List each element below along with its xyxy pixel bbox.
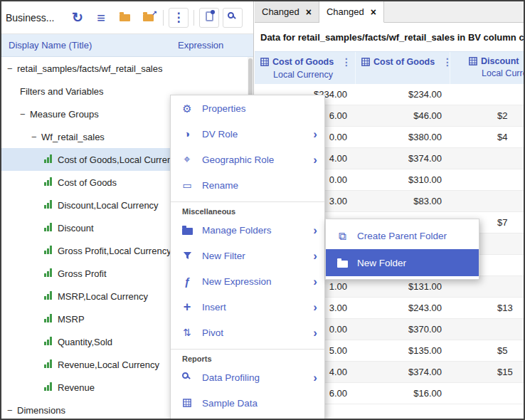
tree-item-label: Cost of Goods [58, 177, 117, 188]
submenu-item-create-parent-folder[interactable]: ⧉Create Parent Folder [326, 222, 479, 249]
menu-item-label: Rename [202, 180, 317, 191]
table-cell: $380.00 [356, 132, 450, 142]
table-cell: $131.00 [356, 281, 450, 292]
tree-item-label: Revenue,Local Currency [58, 359, 159, 370]
menu-item-label: Data Profiling [202, 372, 304, 383]
measure-icon [44, 200, 52, 211]
folder-blue-icon [181, 224, 193, 236]
geographic-pin-icon: ⌖ [181, 154, 193, 165]
menu-item-new-expression[interactable]: ƒNew Expression› [171, 268, 324, 294]
tree-expander-icon[interactable]: − [31, 132, 41, 142]
tree-expander-icon[interactable]: − [20, 109, 30, 120]
menu-item-label: DV Role [202, 129, 304, 140]
folder-icon [120, 12, 130, 23]
measure-icon [44, 382, 52, 393]
pivot-icon: ⇅ [181, 327, 193, 338]
column-subname: Local Currency [469, 68, 524, 78]
tree-item-label: Filters and Variables [20, 86, 104, 97]
tab-label: Changed [262, 6, 299, 17]
kebab-menu-icon: ⋮ [173, 11, 185, 23]
menu-item-label: Properties [202, 103, 317, 114]
submenu-arrow-icon: › [313, 128, 317, 140]
toolbar-separator [193, 10, 194, 26]
submenu-item-new-folder[interactable]: New Folder [326, 249, 479, 276]
column-header-cost-of-goods: Cost of Goods⋮ [356, 52, 450, 84]
refresh-button[interactable]: ↻ [68, 8, 88, 28]
measure-icon [44, 291, 52, 302]
tree-item-retail-samples-facts-wf-retail-sales[interactable]: −retail_samples/facts/wf_retail_sales [1, 57, 248, 80]
menu-item-label: Sample Data [202, 398, 317, 409]
table-cell: $2 [450, 110, 524, 121]
tab-close-icon[interactable]: × [371, 6, 376, 18]
tab-label: Changed [327, 6, 364, 17]
column-menu-icon[interactable]: ⋮ [341, 56, 351, 68]
menu-section-reports: Reports [171, 349, 324, 364]
funnel-icon [181, 250, 193, 261]
table-cell: $310.00 [356, 174, 450, 185]
tree-item-label: Gross Profit [58, 268, 107, 279]
context-menu: ⚙Properties◑DV Role›⌖Geographic Role›▭Re… [170, 95, 325, 419]
measure-icon [44, 246, 52, 256]
menu-item-properties[interactable]: ⚙Properties [171, 95, 324, 121]
menu-item-data-profiling[interactable]: Data Profiling› [171, 364, 324, 390]
search-icon [230, 12, 236, 23]
toolbar: Business... ↻ ≡ ↗ ⋮ [1, 1, 253, 34]
search-button[interactable] [223, 8, 243, 28]
table-header: Cost of Goods⋮Local CurrencyCost of Good… [255, 51, 524, 84]
submenu-arrow-icon: › [313, 250, 317, 262]
context-submenu: ⧉Create Parent FolderNew Folder [325, 219, 479, 280]
gear-icon: ⚙ [181, 103, 193, 114]
column-name: Discount [481, 56, 519, 66]
table-cell: $5 [450, 345, 524, 356]
tree-header-display-name: Display Name (Title) [1, 40, 178, 51]
parent-folder-icon: ⧉ [336, 230, 349, 241]
menu-item-geographic-role[interactable]: ⌖Geographic Role› [171, 147, 324, 172]
measure-icon [44, 359, 52, 370]
table-cell: $135.00 [356, 345, 450, 356]
menu-item-manage-folders[interactable]: Manage Folders› [171, 217, 324, 243]
tree-expander-icon[interactable]: − [7, 63, 17, 74]
tree-item-label: MSRP,Local Currency [58, 291, 148, 302]
open-folder-button[interactable] [115, 8, 134, 28]
column-name: Cost of Goods [373, 57, 435, 67]
tree-expander-icon[interactable]: − [7, 405, 17, 416]
column-name: Cost of Goods [272, 57, 334, 67]
menu-item-dv-role[interactable]: ◑DV Role› [171, 121, 324, 147]
tree-item-label: Dimensions [17, 405, 65, 416]
tree-header-expression: Expression [178, 40, 253, 51]
new-report-icon [206, 11, 213, 23]
table-cell: $46.00 [356, 110, 450, 121]
tab-close-icon[interactable]: × [306, 6, 312, 18]
submenu-arrow-icon: › [313, 224, 317, 236]
column-menu-icon[interactable]: ⋮ [442, 56, 450, 68]
menu-item-label: Manage Folders [202, 225, 304, 236]
new-report-button[interactable] [199, 8, 219, 28]
kebab-menu-button[interactable]: ⋮ [169, 8, 189, 28]
column-header-discount: DiscountLocal Currency [450, 52, 524, 84]
table-cell: $16.00 [356, 388, 450, 399]
menu-item-sample-data[interactable]: Sample Data [171, 390, 324, 416]
submenu-item-label: New Folder [357, 258, 469, 268]
menu-item-rename[interactable]: ▭Rename [171, 172, 324, 198]
folder-export-button[interactable]: ↗ [138, 8, 158, 28]
tree-item-label: MSRP [58, 314, 85, 325]
menu-item-new-filter[interactable]: New Filter› [171, 243, 324, 268]
dv-role-icon: ◑ [181, 128, 193, 140]
menu-item-insert[interactable]: +Insert› [171, 294, 324, 320]
menu-item-pivot[interactable]: ⇅Pivot› [171, 320, 324, 345]
table-cell: $243.00 [356, 303, 450, 313]
tree-item-label: Gross Profit,Local Currency [58, 246, 171, 256]
column-header-cost-of-goods: Cost of Goods⋮Local Currency [255, 52, 356, 84]
measure-icon [44, 177, 52, 188]
folder-export-icon: ↗ [143, 12, 154, 23]
tab-0-changed[interactable]: Changed× [255, 1, 319, 22]
tree-item-label: Measure Groups [30, 109, 99, 120]
table-cell: $374.00 [356, 367, 450, 377]
list-view-button[interactable]: ≡ [91, 8, 111, 28]
tab-1-changed[interactable]: Changed× [319, 1, 384, 23]
table-cell: $374.00 [356, 153, 450, 164]
tree-item-label: Quantity,Sold [58, 337, 112, 347]
app-window: Business... ↻ ≡ ↗ ⋮ Display Name (Title)… [0, 0, 525, 420]
menu-item-label: New Expression [202, 276, 304, 287]
column-subname: Local Currency [260, 70, 352, 80]
